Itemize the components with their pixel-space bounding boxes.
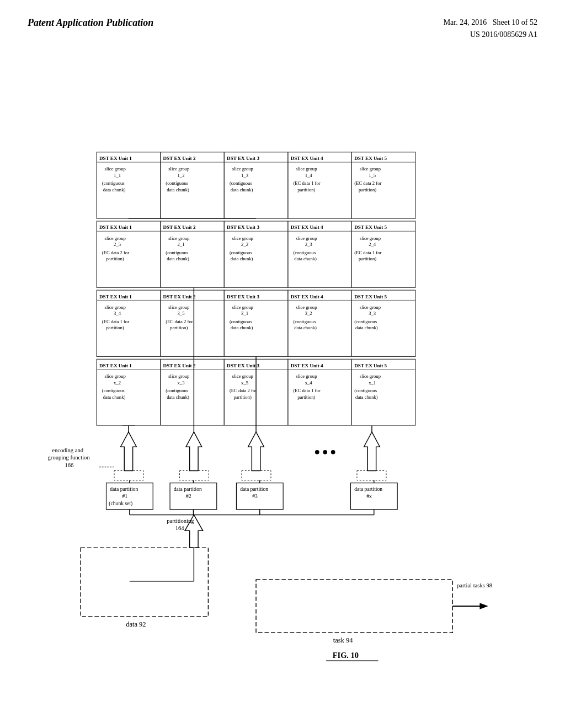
svg-text:partition): partition) bbox=[359, 256, 376, 261]
publication-title: Patent Application Publication bbox=[28, 17, 153, 29]
svg-text:slice group: slice group bbox=[232, 373, 253, 379]
data92-main-label: data 92 bbox=[126, 620, 146, 628]
svg-text:x_5: x_5 bbox=[241, 379, 248, 385]
page: Patent Application Publication Mar. 24, … bbox=[0, 0, 565, 728]
svg-text:partition): partition) bbox=[297, 187, 315, 192]
svg-text:data chunk): data chunk) bbox=[231, 256, 253, 261]
sheet-info: Mar. 24, 2016 Sheet 10 of 52 bbox=[444, 17, 537, 29]
svg-text:(contiguous: (contiguous bbox=[102, 388, 125, 393]
dp2-num: #2 bbox=[186, 493, 191, 499]
encoding-label-main: encoding and bbox=[52, 447, 83, 453]
svg-text:2_4: 2_4 bbox=[369, 242, 376, 247]
svg-text:DST EX Unit 3: DST EX Unit 3 bbox=[227, 293, 259, 299]
svg-text:1_5: 1_5 bbox=[369, 173, 376, 178]
svg-text:(EC data 2 for: (EC data 2 for bbox=[354, 180, 381, 186]
svg-text:DST EX Unit 2: DST EX Unit 2 bbox=[163, 293, 196, 299]
svg-text:3_2: 3_2 bbox=[305, 311, 312, 316]
svg-text:DST EX Unit 4: DST EX Unit 4 bbox=[291, 293, 323, 299]
svg-text:data chunk): data chunk) bbox=[355, 325, 378, 330]
svg-text:DST EX Unit 1: DST EX Unit 1 bbox=[99, 293, 132, 299]
svg-text:3_1: 3_1 bbox=[241, 311, 248, 316]
svg-point-169 bbox=[315, 450, 319, 454]
svg-text:x_3: x_3 bbox=[178, 379, 185, 385]
svg-text:DST EX Unit 2: DST EX Unit 2 bbox=[163, 156, 196, 161]
svg-point-171 bbox=[331, 450, 335, 454]
svg-text:x_4: x_4 bbox=[305, 379, 313, 385]
svg-text:1_1: 1_1 bbox=[114, 173, 121, 178]
header: Patent Application Publication Mar. 24, … bbox=[11, 11, 554, 52]
svg-text:slice group: slice group bbox=[296, 304, 317, 310]
svg-text:2_3: 2_3 bbox=[305, 242, 312, 247]
svg-text:(contiguous: (contiguous bbox=[293, 249, 316, 255]
sheet-num: Sheet 10 of 52 bbox=[493, 18, 537, 26]
svg-text:slice group: slice group bbox=[296, 166, 317, 172]
header-info: Mar. 24, 2016 Sheet 10 of 52 US 2016/008… bbox=[444, 17, 537, 41]
svg-text:(contiguous: (contiguous bbox=[166, 388, 189, 393]
svg-text:slice group: slice group bbox=[105, 235, 126, 240]
pub-date: Mar. 24, 2016 bbox=[444, 18, 487, 26]
svg-text:slice group: slice group bbox=[168, 373, 189, 379]
svg-text:DST EX Unit 2: DST EX Unit 2 bbox=[163, 363, 196, 368]
svg-text:(contiguous: (contiguous bbox=[166, 249, 189, 255]
svg-text:DST EX Unit 5: DST EX Unit 5 bbox=[354, 293, 387, 299]
diagram-svg: FIG. 10 data 92 task 94 partial tasks 98… bbox=[28, 58, 543, 698]
svg-text:partition): partition) bbox=[234, 394, 252, 399]
svg-text:DST EX Unit 1: DST EX Unit 1 bbox=[99, 224, 132, 230]
svg-text:slice group: slice group bbox=[232, 166, 253, 172]
svg-text:1_3: 1_3 bbox=[241, 173, 248, 178]
svg-text:DST EX Unit 1: DST EX Unit 1 bbox=[99, 156, 132, 161]
svg-text:data chunk): data chunk) bbox=[103, 187, 126, 192]
svg-text:(EC data 1 for: (EC data 1 for bbox=[293, 180, 320, 186]
svg-text:DST EX Unit 2: DST EX Unit 2 bbox=[163, 224, 196, 230]
svg-text:(contiguous: (contiguous bbox=[293, 319, 316, 324]
svg-text:DST EX Unit 4: DST EX Unit 4 bbox=[291, 224, 323, 230]
svg-text:data chunk): data chunk) bbox=[294, 256, 317, 261]
svg-text:(contiguous: (contiguous bbox=[230, 319, 253, 324]
svg-text:partition): partition) bbox=[359, 187, 376, 192]
svg-text:partition): partition) bbox=[106, 325, 124, 330]
dp3-label: data partition bbox=[240, 486, 268, 492]
dp1-label: data partition bbox=[110, 486, 138, 492]
svg-text:2_1: 2_1 bbox=[178, 242, 185, 247]
svg-text:data chunk): data chunk) bbox=[231, 187, 253, 192]
svg-text:DST EX Unit 5: DST EX Unit 5 bbox=[354, 156, 387, 161]
svg-text:x_2: x_2 bbox=[114, 379, 121, 385]
svg-text:partition): partition) bbox=[170, 325, 188, 330]
svg-text:3_3: 3_3 bbox=[369, 311, 376, 316]
svg-text:data chunk): data chunk) bbox=[167, 256, 189, 261]
svg-text:(contiguous: (contiguous bbox=[230, 249, 253, 255]
svg-text:1_2: 1_2 bbox=[178, 173, 185, 178]
svg-text:2_2: 2_2 bbox=[241, 242, 248, 247]
svg-text:slice group: slice group bbox=[168, 304, 189, 310]
svg-text:slice group: slice group bbox=[296, 235, 317, 240]
svg-text:DST EX Unit 4: DST EX Unit 4 bbox=[291, 156, 323, 161]
dp3-num: #3 bbox=[252, 493, 258, 499]
svg-text:2_5: 2_5 bbox=[114, 242, 121, 247]
svg-text:slice group: slice group bbox=[296, 373, 317, 379]
grouping-label-main: grouping function bbox=[48, 454, 90, 461]
svg-text:(EC data 1 for: (EC data 1 for bbox=[293, 388, 320, 393]
svg-text:(EC data 1 for: (EC data 1 for bbox=[354, 249, 381, 255]
svg-text:data chunk): data chunk) bbox=[167, 187, 189, 192]
svg-text:DST EX Unit 3: DST EX Unit 3 bbox=[227, 363, 259, 368]
svg-text:partition): partition) bbox=[297, 394, 315, 399]
svg-text:slice group: slice group bbox=[105, 166, 126, 172]
dp1-num: #1 bbox=[122, 493, 127, 499]
svg-text:slice group: slice group bbox=[232, 235, 253, 240]
svg-text:data chunk): data chunk) bbox=[355, 394, 378, 399]
partitioning-main-num: 164 bbox=[175, 525, 185, 531]
svg-text:slice group: slice group bbox=[105, 304, 126, 310]
diagram-container: FIG. 10 data 92 task 94 partial tasks 98… bbox=[28, 58, 543, 698]
svg-text:slice group: slice group bbox=[360, 373, 381, 379]
svg-text:3_4: 3_4 bbox=[114, 311, 121, 316]
svg-text:DST EX Unit 3: DST EX Unit 3 bbox=[227, 156, 259, 161]
svg-text:slice group: slice group bbox=[360, 304, 381, 310]
svg-text:(EC data 2 for: (EC data 2 for bbox=[166, 319, 193, 324]
svg-text:1_4: 1_4 bbox=[305, 173, 313, 178]
svg-text:slice group: slice group bbox=[168, 166, 189, 172]
svg-text:3_5: 3_5 bbox=[178, 311, 185, 316]
dpx-label: data partition bbox=[354, 486, 382, 492]
svg-text:partition): partition) bbox=[106, 256, 124, 261]
svg-text:data chunk): data chunk) bbox=[231, 325, 253, 330]
fig10-label: FIG. 10 bbox=[333, 651, 359, 660]
